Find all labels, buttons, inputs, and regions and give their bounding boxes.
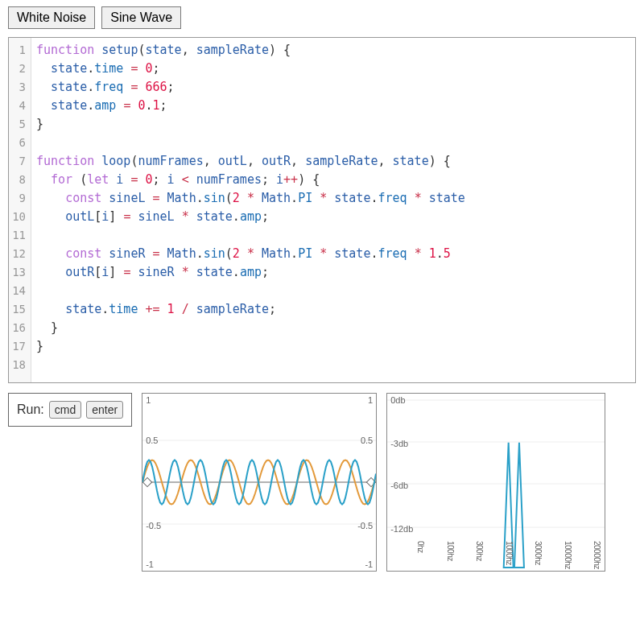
line-number: 18 — [9, 356, 31, 374]
spectrum-chart: 0db -3db -6db -12db 0hz100hz300hz1000hz3… — [386, 393, 605, 572]
code-line[interactable]: outL[i] = sineL * state.amp; — [36, 208, 630, 226]
code-line[interactable]: const sineL = Math.sin(2 * Math.PI * sta… — [36, 189, 630, 208]
freq-ytick-6db: -6db — [390, 481, 408, 490]
line-number: 7 — [9, 152, 31, 171]
run-hint: Run: cmd enter — [8, 393, 132, 427]
wave-ytick-right-05: 0.5 — [361, 436, 373, 445]
waveform-chart: 1 0.5 -0.5 -1 1 0.5 -0.5 -1 — [142, 393, 377, 572]
line-number: 11 — [9, 226, 31, 245]
code-line[interactable] — [36, 356, 630, 374]
freq-ytick-12db: -12db — [390, 524, 413, 534]
line-number: 1 — [9, 41, 31, 60]
line-number: 14 — [9, 282, 31, 300]
code-editor[interactable]: 123456789101112131415161718 function set… — [8, 37, 636, 383]
kbd-cmd: cmd — [49, 401, 81, 419]
code-line[interactable] — [36, 226, 630, 245]
sine-wave-button[interactable]: Sine Wave — [101, 6, 181, 29]
freq-xtick: 10000hz — [564, 541, 572, 569]
line-number: 15 — [9, 300, 31, 319]
wave-ytick-right-n05: -0.5 — [357, 521, 373, 530]
kbd-enter: enter — [86, 401, 123, 419]
code-line[interactable]: state.freq = 666; — [36, 78, 630, 97]
line-number: 5 — [9, 115, 31, 134]
code-line[interactable]: const sineR = Math.sin(2 * Math.PI * sta… — [36, 245, 630, 263]
line-number: 2 — [9, 60, 31, 78]
line-number: 4 — [9, 97, 31, 115]
code-line[interactable]: for (let i = 0; i < numFrames; i++) { — [36, 171, 630, 189]
code-line[interactable]: } — [36, 115, 630, 134]
freq-xtick: 3000hz — [534, 541, 543, 569]
code-line[interactable]: state.time += 1 / sampleRate; — [36, 300, 630, 319]
line-number: 17 — [9, 337, 31, 356]
freq-xtick: 300hz — [475, 541, 484, 569]
code-line[interactable] — [36, 134, 630, 152]
code-line[interactable]: state.time = 0; — [36, 60, 630, 78]
wave-ytick-left-n1: -1 — [146, 559, 154, 569]
line-number: 13 — [9, 263, 31, 282]
line-number: 10 — [9, 208, 31, 226]
line-gutter: 123456789101112131415161718 — [9, 38, 31, 382]
freq-xtick: 100hz — [446, 541, 455, 569]
freq-ytick-3db: -3db — [390, 439, 408, 448]
wave-ytick-left-05: 0.5 — [146, 436, 158, 445]
wave-ytick-right-n1: -1 — [365, 559, 373, 569]
line-number: 3 — [9, 78, 31, 97]
line-number: 12 — [9, 245, 31, 263]
code-line[interactable]: } — [36, 319, 630, 337]
white-noise-button[interactable]: White Noise — [8, 6, 95, 29]
code-line[interactable]: } — [36, 337, 630, 356]
line-number: 9 — [9, 189, 31, 208]
code-area[interactable]: function setup(state, sampleRate) { stat… — [31, 38, 635, 382]
line-number: 8 — [9, 171, 31, 189]
freq-xtick: 1000hz — [505, 541, 514, 569]
line-number: 6 — [9, 134, 31, 152]
code-line[interactable] — [36, 282, 630, 300]
freq-ytick-0db: 0db — [390, 395, 405, 405]
code-line[interactable]: state.amp = 0.1; — [36, 97, 630, 115]
code-line[interactable]: function setup(state, sampleRate) { — [36, 41, 630, 60]
freq-xtick: 0hz — [416, 541, 425, 569]
code-line[interactable]: function loop(numFrames, outL, outR, sam… — [36, 152, 630, 171]
wave-ytick-right-1: 1 — [368, 395, 373, 405]
freq-xtick: 20000hz — [592, 541, 601, 569]
run-label: Run: — [17, 402, 44, 417]
code-line[interactable]: outR[i] = sineR * state.amp; — [36, 263, 630, 282]
preset-toolbar: White Noise Sine Wave — [8, 6, 636, 29]
line-number: 16 — [9, 319, 31, 337]
wave-ytick-left-n05: -0.5 — [146, 521, 161, 530]
wave-ytick-left-1: 1 — [146, 395, 151, 405]
